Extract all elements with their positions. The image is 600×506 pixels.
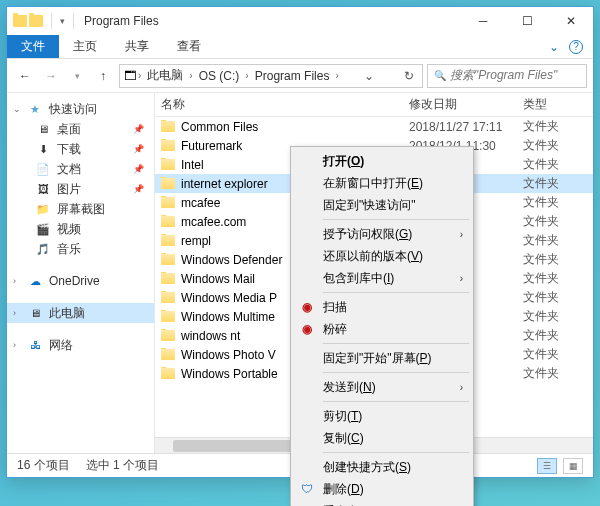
ctx-grant-access[interactable]: 授予访问权限(G)›: [293, 223, 471, 245]
close-button[interactable]: ✕: [549, 7, 593, 35]
pin-icon: 📌: [133, 164, 144, 174]
pin-icon: 📌: [133, 184, 144, 194]
folder-icon: 🎬: [35, 221, 51, 237]
folder-icon: 🖼: [35, 181, 51, 197]
crumb-thispc[interactable]: 此电脑: [143, 67, 187, 84]
folder-icon: [161, 235, 175, 246]
folder-icon: [161, 178, 175, 189]
sidebar-item[interactable]: 🎵音乐: [7, 239, 154, 259]
mcafee-icon: ◉: [299, 299, 315, 315]
crumb-drive[interactable]: OS (C:): [195, 69, 244, 83]
sidebar-thispc[interactable]: ›🖥此电脑: [7, 303, 154, 323]
sidebar-item[interactable]: 📁屏幕截图: [7, 199, 154, 219]
folder-icon: 📁: [35, 201, 51, 217]
crumb-current[interactable]: Program Files: [251, 69, 334, 83]
ctx-delete[interactable]: 🛡删除(D): [293, 478, 471, 500]
ctx-pin-start[interactable]: 固定到"开始"屏幕(P): [293, 347, 471, 369]
ctx-cut[interactable]: 剪切(T): [293, 405, 471, 427]
ctx-scan[interactable]: ◉扫描: [293, 296, 471, 318]
folder-icon: [161, 330, 175, 341]
navigation-bar: ← → ▾ ↑ 🗔 › 此电脑 › OS (C:) › Program File…: [7, 59, 593, 93]
qat-dropdown[interactable]: ▾: [60, 16, 65, 26]
sidebar-onedrive[interactable]: ›☁OneDrive: [7, 271, 154, 291]
view-icons-button[interactable]: ▦: [563, 458, 583, 474]
folder-icon: [161, 197, 175, 208]
sidebar-quick-access[interactable]: ⌄★快速访问: [7, 99, 154, 119]
chevron-right-icon: ›: [460, 273, 463, 284]
ctx-include-library[interactable]: 包含到库中(I)›: [293, 267, 471, 289]
tab-home[interactable]: 主页: [59, 35, 111, 58]
ctx-copy[interactable]: 复制(C): [293, 427, 471, 449]
folder-icon: [161, 311, 175, 322]
folder-icon: [161, 140, 175, 151]
pin-icon: 📌: [133, 144, 144, 154]
folder-icon: [161, 349, 175, 360]
minimize-button[interactable]: ─: [461, 7, 505, 35]
ctx-shred[interactable]: ◉粉碎: [293, 318, 471, 340]
ctx-rename[interactable]: 🛡重命名(M): [293, 500, 471, 506]
back-button[interactable]: ←: [13, 64, 37, 88]
address-bar[interactable]: 🗔 › 此电脑 › OS (C:) › Program Files › ⌄ ↻: [119, 64, 423, 88]
view-details-button[interactable]: ☰: [537, 458, 557, 474]
help-icon[interactable]: ?: [569, 40, 583, 54]
addr-icon: 🗔: [124, 69, 136, 83]
folder-icon: [161, 216, 175, 227]
col-header-date[interactable]: 修改日期: [409, 96, 523, 113]
search-input[interactable]: 搜索"Program Files": [427, 64, 587, 88]
up-button[interactable]: ↑: [91, 64, 115, 88]
ribbon: 文件 主页 共享 查看 ⌄ ?: [7, 35, 593, 59]
recent-dropdown[interactable]: ▾: [65, 64, 89, 88]
ctx-send-to[interactable]: 发送到(N)›: [293, 376, 471, 398]
mcafee-icon: ◉: [299, 321, 315, 337]
folder-icon: [161, 254, 175, 265]
forward-button[interactable]: →: [39, 64, 63, 88]
tab-view[interactable]: 查看: [163, 35, 215, 58]
shield-icon: 🛡: [299, 481, 315, 497]
column-headers: 名称 修改日期 类型: [155, 93, 593, 117]
file-tab[interactable]: 文件: [7, 35, 59, 58]
folder-icon: [161, 121, 175, 132]
ctx-create-shortcut[interactable]: 创建快捷方式(S): [293, 456, 471, 478]
folder-icon: [161, 159, 175, 170]
sidebar-item[interactable]: ⬇下载📌: [7, 139, 154, 159]
maximize-button[interactable]: ☐: [505, 7, 549, 35]
chevron-right-icon: ›: [460, 382, 463, 393]
status-count: 16 个项目: [17, 457, 70, 474]
tab-share[interactable]: 共享: [111, 35, 163, 58]
sidebar-item[interactable]: 📄文档📌: [7, 159, 154, 179]
folder-icon: ⬇: [35, 141, 51, 157]
quick-folder-icon[interactable]: [29, 15, 43, 27]
ribbon-expand-icon[interactable]: ⌄: [549, 40, 559, 54]
addr-dropdown-icon[interactable]: ⌄: [360, 69, 378, 83]
sidebar-item[interactable]: 🖥桌面📌: [7, 119, 154, 139]
status-selected: 选中 1 个项目: [86, 457, 159, 474]
folder-icon: [161, 292, 175, 303]
titlebar: ▾ Program Files ─ ☐ ✕: [7, 7, 593, 35]
folder-icon: 🎵: [35, 241, 51, 257]
col-header-name[interactable]: 名称: [161, 96, 409, 113]
sidebar-item[interactable]: 🖼图片📌: [7, 179, 154, 199]
col-header-type[interactable]: 类型: [523, 96, 593, 113]
sidebar-item[interactable]: 🎬视频: [7, 219, 154, 239]
pin-icon: 📌: [133, 124, 144, 134]
chevron-right-icon: ›: [460, 229, 463, 240]
context-menu: 打开(O) 在新窗口中打开(E) 固定到"快速访问" 授予访问权限(G)› 还原…: [290, 146, 474, 506]
folder-icon: [161, 368, 175, 379]
ctx-open[interactable]: 打开(O): [293, 150, 471, 172]
folder-icon: [161, 273, 175, 284]
refresh-icon[interactable]: ↻: [400, 69, 418, 83]
folder-icon: 📄: [35, 161, 51, 177]
file-row[interactable]: Common Files2018/11/27 17:11文件夹: [155, 117, 593, 136]
ctx-pin-quick-access[interactable]: 固定到"快速访问": [293, 194, 471, 216]
navigation-pane: ⌄★快速访问 🖥桌面📌⬇下载📌📄文档📌🖼图片📌📁屏幕截图🎬视频🎵音乐 ›☁One…: [7, 93, 155, 453]
ctx-restore-versions[interactable]: 还原以前的版本(V): [293, 245, 471, 267]
ctx-open-new-window[interactable]: 在新窗口中打开(E): [293, 172, 471, 194]
sidebar-network[interactable]: ›🖧网络: [7, 335, 154, 355]
folder-icon: 🖥: [35, 121, 51, 137]
window-title: Program Files: [84, 14, 159, 28]
app-icon: [13, 15, 27, 27]
